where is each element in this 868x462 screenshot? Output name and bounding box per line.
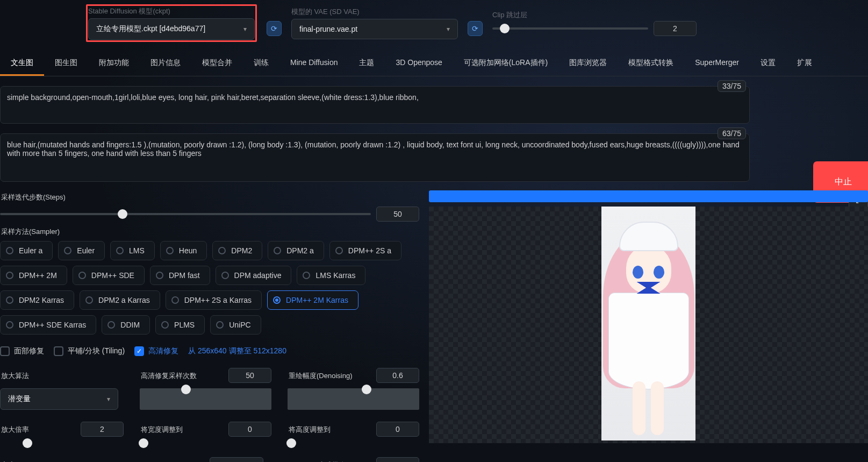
- radio-icon: [6, 296, 13, 304]
- tiling-checkbox[interactable]: 平铺/分块 (Tiling): [54, 346, 125, 356]
- tab-图库浏览器[interactable]: 图库浏览器: [558, 52, 618, 76]
- sampler-DPM2-a[interactable]: DPM2 a: [268, 241, 324, 260]
- nav-tabs: 文生图图生图附加功能图片信息模型合并训练Mine Diffusion主题3D O…: [0, 52, 868, 76]
- upscaler-label: 放大算法: [1, 371, 124, 381]
- sampler-DPM++-2S-a-Karras[interactable]: DPM++ 2S a Karras: [166, 290, 262, 310]
- chevron-down-icon: ▾: [107, 395, 110, 403]
- model-label: Stable Diffusion 模型(ckpt): [88, 6, 255, 16]
- radio-icon: [107, 321, 115, 329]
- sampler-Euler-a[interactable]: Euler a: [0, 241, 53, 260]
- hires-info: 从 256x640 调整至 512x1280: [188, 346, 286, 356]
- radio-icon: [166, 247, 174, 254]
- sampler-DPM-adaptive[interactable]: DPM adaptive: [216, 266, 292, 285]
- tab-主题[interactable]: 主题: [348, 52, 385, 76]
- vae-label: 模型的 VAE (SD VAE): [291, 7, 458, 17]
- hires-checkbox[interactable]: ✓高清修复: [134, 346, 178, 356]
- tab-图片信息[interactable]: 图片信息: [140, 52, 191, 76]
- vae-value: final-prune.vae.pt: [299, 25, 357, 33]
- radio-icon: [218, 247, 226, 254]
- sampler-DPM++-2M[interactable]: DPM++ 2M: [0, 266, 67, 285]
- sampler-PLMS[interactable]: PLMS: [155, 315, 205, 335]
- scale-label: 放大倍率: [1, 425, 29, 435]
- tab-SuperMerger[interactable]: SuperMerger: [684, 52, 750, 76]
- radio-icon: [303, 272, 310, 279]
- resize-h-label: 将高度调整到: [289, 425, 331, 435]
- radio-icon: [116, 247, 124, 254]
- clip-value[interactable]: 2: [654, 21, 697, 36]
- sampler-LMS[interactable]: LMS: [110, 241, 155, 260]
- negative-prompt-text: blue hair,(mutated hands and fingers:1.5…: [7, 140, 740, 158]
- resize-w-label: 将宽度调整到: [141, 425, 183, 435]
- tab-文生图[interactable]: 文生图: [0, 52, 44, 76]
- tab-附加功能[interactable]: 附加功能: [88, 52, 140, 76]
- chevron-down-icon: ▾: [447, 25, 450, 33]
- radio-icon: [6, 272, 13, 279]
- radio-icon: [161, 321, 169, 329]
- negative-token-count: 63/75: [718, 127, 746, 139]
- sampler-DPM2-a-Karras[interactable]: DPM2 a Karras: [80, 290, 160, 310]
- batch-value[interactable]: 1: [376, 457, 419, 462]
- steps-value[interactable]: 50: [376, 207, 419, 222]
- sampler-DPM-fast[interactable]: DPM fast: [150, 266, 210, 285]
- progress-bar: [429, 190, 868, 202]
- sampler-DPM2[interactable]: DPM2: [212, 241, 262, 260]
- chevron-down-icon: ▾: [243, 25, 247, 33]
- tab-Mine Diffusion[interactable]: Mine Diffusion: [279, 52, 348, 76]
- positive-token-count: 33/75: [718, 80, 746, 92]
- hires-steps-value[interactable]: 50: [228, 368, 271, 383]
- positive-prompt[interactable]: 33/75 simple background,open-mouth,1girl…: [0, 86, 750, 124]
- sampler-DPM++-2S-a[interactable]: DPM++ 2S a: [329, 241, 401, 260]
- clip-slider[interactable]: [492, 27, 648, 30]
- steps-slider[interactable]: [0, 213, 371, 215]
- tab-训练[interactable]: 训练: [243, 52, 279, 76]
- denoise-value[interactable]: 0.6: [376, 368, 419, 383]
- refresh-vae-button[interactable]: ⟳: [468, 21, 483, 36]
- resize-h-value[interactable]: 0: [376, 422, 419, 437]
- model-dropdown[interactable]: 立绘专用模型.ckpt [d4ebd96a77] ▾: [88, 18, 255, 40]
- radio-icon: [156, 272, 163, 279]
- refresh-model-button[interactable]: ⟳: [267, 21, 282, 36]
- sampler-DDIM[interactable]: DDIM: [102, 315, 150, 335]
- sampler-DPM++-SDE-Karras[interactable]: DPM++ SDE Karras: [0, 315, 96, 335]
- tab-可选附加网络(LoRA插件)[interactable]: 可选附加网络(LoRA插件): [453, 52, 558, 76]
- scale-value[interactable]: 2: [81, 422, 124, 437]
- tab-扩展[interactable]: 扩展: [786, 52, 823, 76]
- tab-3D Openpose[interactable]: 3D Openpose: [385, 52, 453, 76]
- tab-图生图[interactable]: 图生图: [44, 52, 88, 76]
- sampler-LMS-Karras[interactable]: LMS Karras: [297, 266, 365, 285]
- face-restore-checkbox[interactable]: 面部修复: [0, 346, 44, 356]
- upscaler-dropdown[interactable]: 潜变量 ▾: [0, 388, 118, 410]
- sampler-label: 采样方法(Sampler): [1, 227, 419, 237]
- model-highlight-box: Stable Diffusion 模型(ckpt) 立绘专用模型.ckpt [d…: [86, 4, 257, 42]
- tab-模型合并[interactable]: 模型合并: [191, 52, 243, 76]
- radio-icon: [6, 321, 13, 329]
- preview-area: [429, 207, 868, 443]
- hires-steps-label: 高清修复采样次数: [141, 371, 197, 381]
- sampler-DPM2-Karras[interactable]: DPM2 Karras: [0, 290, 74, 310]
- sampler-Euler[interactable]: Euler: [58, 241, 105, 260]
- sampler-DPM++-2M-Karras[interactable]: DPM++ 2M Karras: [267, 290, 358, 310]
- denoise-label: 重绘幅度(Denoising): [289, 371, 352, 381]
- clip-label: Clip 跳过层: [492, 10, 697, 20]
- negative-prompt[interactable]: 63/75 blue hair,(mutated hands and finge…: [0, 133, 750, 182]
- hires-steps-slider[interactable]: [140, 388, 271, 410]
- radio-icon: [64, 247, 71, 254]
- steps-label: 采样迭代步数(Steps): [1, 193, 419, 202]
- sampler-Heun[interactable]: Heun: [160, 241, 207, 260]
- tab-模型格式转换[interactable]: 模型格式转换: [618, 52, 684, 76]
- sampler-DPM++-SDE[interactable]: DPM++ SDE: [73, 266, 145, 285]
- vae-dropdown[interactable]: final-prune.vae.pt ▾: [291, 19, 458, 39]
- radio-icon: [78, 272, 86, 279]
- radio-icon: [221, 272, 229, 279]
- sampler-UniPC[interactable]: UniPC: [210, 315, 261, 335]
- denoise-slider[interactable]: [288, 388, 419, 410]
- resize-w-value[interactable]: 0: [228, 422, 271, 437]
- model-value: 立绘专用模型.ckpt [d4ebd96a77]: [96, 24, 205, 34]
- radio-icon: [274, 247, 281, 254]
- width-value[interactable]: 256: [210, 457, 263, 462]
- radio-icon: [6, 247, 13, 254]
- tab-设置[interactable]: 设置: [750, 52, 786, 76]
- generated-image[interactable]: [601, 207, 695, 440]
- radio-icon: [216, 321, 224, 329]
- sampler-grid: Euler aEulerLMSHeunDPM2DPM2 aDPM++ 2S aD…: [0, 241, 419, 335]
